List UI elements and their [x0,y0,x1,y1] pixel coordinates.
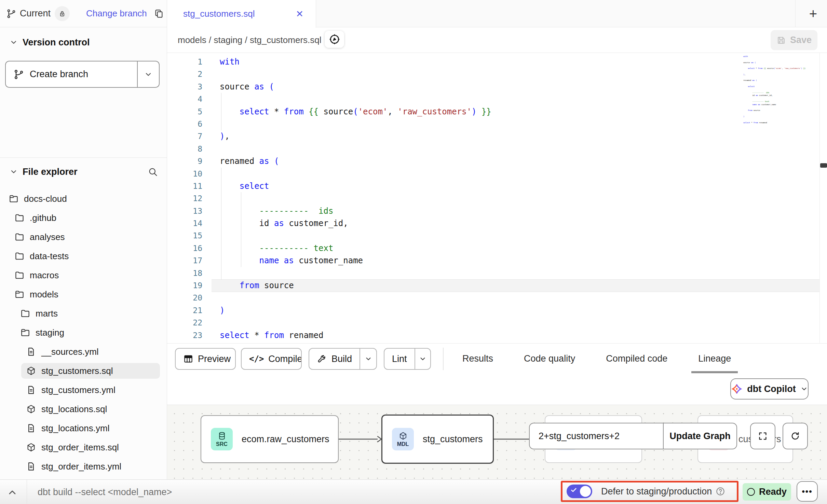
compile-label: Compile [268,354,302,364]
change-branch-link[interactable]: Change branch [86,8,147,19]
copy-icon[interactable] [154,9,164,19]
file-label: data-tests [30,251,69,262]
file-explorer-item[interactable]: marts [0,304,167,323]
preview-button[interactable]: Preview [176,349,236,369]
status-circle-icon [747,488,755,496]
editor-toolbar: Preview</>CompileBuildLint ResultsCode q… [167,343,827,374]
tab-lineage[interactable]: Lineage [693,344,736,374]
command-input[interactable]: dbt build --select <model_name> [38,480,345,504]
dbt-copilot-button[interactable]: dbt Copilot [730,378,809,400]
scrollbar-thumb[interactable] [820,163,827,168]
current-branch-label: Current [20,8,51,19]
badge-label: MDL [397,441,409,447]
file-label: stg_customers.yml [41,385,116,395]
file-icon [26,385,36,395]
create-branch-menu-button[interactable] [138,61,159,87]
build-label: Build [331,354,352,364]
build-menu-button[interactable] [360,349,376,369]
save-label: Save [790,35,812,45]
file-explorer-item[interactable]: models [0,285,167,304]
compass-icon [329,33,340,45]
defer-annotation-highlight: Defer to staging/production [561,481,738,502]
file-explorer-item[interactable]: stg_customers.yml [0,380,167,400]
line-number-gutter: 1234567891011121314151617181920212223 [167,56,202,341]
code-icon: </> [249,354,264,364]
tabbar-divider [795,0,796,27]
file-explorer-item[interactable]: stg_locations.yml [0,419,167,438]
breadcrumb: models / staging / stg_customers.sql [178,27,322,53]
file-label: analyses [30,232,65,242]
file-label: docs-cloud [24,194,67,204]
file-explorer-item[interactable]: stg_order_items.sql [0,438,167,457]
branch-header: Current Change branch [0,0,167,27]
scrollbar-track [819,53,820,343]
refresh-graph-button[interactable] [783,423,808,449]
file-explorer-item[interactable]: data-tests [0,247,167,266]
file-explorer-item[interactable]: macros [0,266,167,285]
lint-button[interactable]: Lint [384,349,415,369]
chevron-down-icon [419,355,426,363]
lineage-controls: 2+stg_customers+2 Update Graph [529,423,737,449]
tab-stg-customers-sql[interactable]: stg_customers.sql ✕ [167,0,316,28]
create-branch-label: Create branch [30,69,88,80]
lint-label: Lint [392,354,407,364]
model-icon [26,442,36,452]
file-explorer-item[interactable]: stg_order_items.yml [0,457,167,476]
lint-menu-button[interactable] [415,349,430,369]
save-button[interactable]: Save [771,30,817,50]
compile-button[interactable]: </>Compile [242,349,302,369]
file-explorer-item[interactable]: stg_locations.sql [0,400,167,419]
copilot-row: dbt Copilot [167,374,827,405]
explore-compass-button[interactable] [325,31,344,48]
chevron-down-icon [800,385,808,393]
version-control-header[interactable]: Version control [0,36,167,49]
lineage-selector-input[interactable]: 2+stg_customers+2 [530,423,664,449]
fullscreen-icon [758,431,768,441]
new-tab-button[interactable]: + [799,0,827,27]
lineage-canvas[interactable]: SRCecom.raw_customersMDLstg_customersMDL… [167,405,827,479]
collapse-panel-chevron-up-icon[interactable] [7,487,18,498]
folder-icon [14,270,25,280]
fullscreen-button[interactable] [750,423,775,449]
badge-label: SRC [216,441,228,447]
lock-icon [58,10,66,17]
search-icon[interactable] [148,167,158,177]
file-icon [26,461,36,472]
file-label: stg_order_items.sql [41,442,119,453]
build-button-group: Build [309,348,377,370]
help-question-icon[interactable] [715,486,726,496]
code-editor[interactable]: 1234567891011121314151617181920212223 wi… [167,53,827,343]
minimap[interactable]: with source as ( select * from {{ source… [743,55,820,124]
file-explorer-item[interactable]: docs-cloud [0,189,167,208]
folder-open-icon [14,289,25,299]
folder-icon [14,251,25,261]
result-tabs: ResultsCode qualityCompiled codeLineage [458,344,736,374]
folder-open-icon [9,194,19,204]
tab-compiled-code[interactable]: Compiled code [601,344,672,374]
folder-icon [14,232,25,242]
create-branch-button[interactable]: Create branch [6,61,138,87]
statusbar-divider [27,480,27,504]
defer-toggle[interactable] [567,485,592,498]
file-explorer-item[interactable]: __sources.yml [0,342,167,361]
database-icon [217,431,227,440]
file-explorer-header[interactable]: File explorer [0,162,167,181]
file-explorer-item[interactable]: analyses [0,227,167,247]
lineage-node-stg_customers[interactable]: MDLstg_customers [381,415,494,464]
file-explorer-item[interactable]: staging [0,323,167,342]
tab-results[interactable]: Results [458,344,498,374]
close-tab-icon[interactable]: ✕ [296,9,303,19]
tab-code-quality[interactable]: Code quality [519,344,580,374]
editor-tabbar: stg_customers.sql ✕ + [167,0,827,27]
update-graph-button[interactable]: Update Graph [664,423,736,449]
build-button[interactable]: Build [309,349,360,369]
toggle-knob [580,486,591,497]
file-explorer-item[interactable]: stg_customers.sql [0,361,167,380]
status-bar: dbt build --select <model_name> Defer to… [0,479,827,504]
file-explorer-item[interactable]: .github [0,208,167,227]
folder-icon [20,308,30,319]
version-control-title: Version control [23,37,90,48]
lineage-node-ecom-raw_customers[interactable]: SRCecom.raw_customers [201,415,339,463]
file-label: stg_customers.sql [41,366,113,376]
more-options-button[interactable]: ••• [797,481,818,502]
